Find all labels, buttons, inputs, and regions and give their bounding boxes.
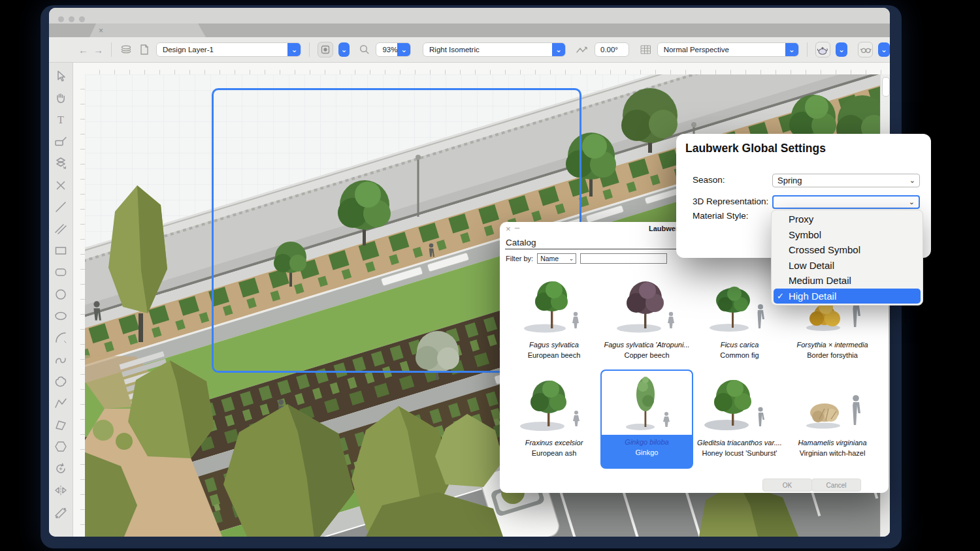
- filter-by-select[interactable]: Name ⌄: [537, 253, 576, 264]
- plant-card-selected[interactable]: Ginkgo biloba Ginkgo: [600, 370, 693, 469]
- filter-query-input[interactable]: [580, 253, 667, 264]
- tool-palette: T: [49, 63, 73, 537]
- polyline-tool[interactable]: [50, 392, 72, 414]
- close-icon[interactable]: ×: [506, 225, 511, 233]
- plant-card[interactable]: Fagus sylvatica 'Atropuni... Copper beec…: [600, 273, 693, 371]
- scrollbar-thumb[interactable]: [882, 77, 890, 97]
- chevron-down-icon: ⌄: [287, 42, 301, 57]
- plant-thumbnail: [513, 274, 595, 337]
- callout-tool[interactable]: [50, 131, 72, 152]
- plant-card[interactable]: Hamamelis virginiana Virginian witch-haz…: [786, 371, 879, 469]
- plant-common-name: Virginian witch-hazel: [786, 449, 879, 457]
- rotation-angle-field[interactable]: 0.00°: [595, 42, 629, 57]
- rectangle-tool[interactable]: [50, 240, 72, 261]
- mirror-tool[interactable]: [50, 479, 72, 501]
- dialog-title: Laubwerk Global Settings: [685, 142, 826, 155]
- filter-by-value: Name: [540, 255, 559, 262]
- dropdown-option-medium-detail[interactable]: Medium Detail: [772, 273, 923, 289]
- cancel-button[interactable]: Cancel: [811, 479, 861, 492]
- new-sheet-icon[interactable]: [138, 43, 151, 56]
- minimize-window-button[interactable]: [69, 16, 74, 22]
- view-orientation-select[interactable]: Right Isometric ⌄: [423, 42, 566, 57]
- line-tool[interactable]: [50, 196, 72, 217]
- plant-card[interactable]: Fagus sylvatica European beech: [508, 273, 600, 371]
- zoom-window-button[interactable]: [79, 16, 85, 22]
- plant-latin-name: Hamamelis virginiana: [786, 439, 879, 447]
- offset-tool[interactable]: [50, 501, 72, 523]
- back-icon[interactable]: ←: [78, 44, 88, 55]
- toolbar-separator: [309, 42, 310, 57]
- regular-polygon-tool[interactable]: [50, 436, 72, 458]
- plant-thumbnail: [698, 274, 781, 337]
- double-line-tool[interactable]: [50, 218, 72, 240]
- selection-tool[interactable]: [50, 65, 72, 87]
- projection-select[interactable]: Normal Perspective ⌄: [657, 42, 799, 57]
- plant-latin-name: Ficus carica: [693, 341, 786, 349]
- plant-thumbnail: [606, 274, 688, 337]
- arc-tool[interactable]: [50, 327, 72, 349]
- plant-common-name: Copper beech: [600, 351, 693, 359]
- plant-card[interactable]: Gleditsia triacanthos var.... Honey locu…: [693, 371, 786, 469]
- plant-latin-name: Gleditsia triacanthos var....: [693, 439, 786, 447]
- grid-settings-icon[interactable]: [640, 44, 652, 55]
- dropdown-option-label: High Detail: [789, 289, 836, 304]
- blob-tool[interactable]: [50, 370, 72, 392]
- render-mode-teapot-button[interactable]: [815, 42, 830, 57]
- minimize-icon[interactable]: –: [515, 223, 519, 232]
- forward-icon[interactable]: →: [93, 44, 103, 55]
- polygon-tool[interactable]: [50, 414, 72, 435]
- dropdown-option-proxy[interactable]: Proxy: [772, 212, 923, 227]
- rounded-rectangle-tool[interactable]: [50, 262, 72, 283]
- chevron-down-icon: ⌄: [785, 42, 798, 57]
- material-style-label: Material Style:: [693, 211, 749, 221]
- navigation-graphics-chevron-button[interactable]: ⌄: [338, 42, 350, 57]
- catalog-section-title: Catalog: [506, 238, 536, 247]
- plant-thumbnail: [606, 372, 688, 435]
- toolbar-separator: [111, 42, 112, 57]
- stack-tool[interactable]: [50, 153, 72, 174]
- visualization-glasses-button[interactable]: [858, 42, 873, 57]
- delete-tool[interactable]: [50, 174, 72, 196]
- document-tab[interactable]: ×: [90, 24, 206, 37]
- plant-thumbnail: [698, 372, 781, 435]
- season-select[interactable]: Spring ⌄: [772, 174, 920, 187]
- navigation-graphics-button[interactable]: [318, 42, 333, 57]
- rotate-tool[interactable]: [50, 458, 72, 479]
- close-window-button[interactable]: [58, 16, 64, 22]
- plant-common-name: Border forsythia: [786, 351, 879, 359]
- dropdown-option-high-detail[interactable]: ✓ High Detail: [774, 289, 921, 304]
- chevron-down-icon: ⌄: [909, 198, 919, 206]
- dropdown-option-crossed-symbol[interactable]: Crossed Symbol: [772, 242, 923, 258]
- ok-button[interactable]: OK: [762, 479, 812, 492]
- checkmark-icon: ✓: [777, 289, 784, 304]
- plant-latin-name: Fagus sylvatica 'Atropuni...: [600, 341, 693, 349]
- freehand-tool[interactable]: [50, 349, 72, 370]
- render-mode-chevron-button[interactable]: ⌄: [836, 42, 847, 57]
- zoom-magnifier-icon[interactable]: [359, 44, 370, 55]
- plant-thumbnail: [513, 372, 595, 435]
- plant-thumbnail: [791, 372, 874, 435]
- dropdown-option-low-detail[interactable]: Low Detail: [772, 258, 923, 274]
- filter-label: Filter by:: [506, 255, 533, 262]
- circle-tool[interactable]: [50, 283, 72, 305]
- view-orientation-value: Right Isometric: [423, 46, 552, 54]
- dropdown-option-symbol[interactable]: Symbol: [772, 227, 923, 243]
- plant-card[interactable]: Fraxinus excelsior European ash: [508, 371, 600, 469]
- zoom-level-select[interactable]: 93% ⌄: [376, 42, 411, 57]
- view-toolbar: ← → Design Layer-1 ⌄ ⌄ 93% ⌄ Right Isome…: [49, 37, 890, 63]
- representation-label: 3D Representation:: [693, 197, 768, 206]
- layers-icon[interactable]: [120, 43, 133, 56]
- tab-close-icon[interactable]: ×: [99, 27, 103, 35]
- pan-tool[interactable]: [50, 87, 72, 108]
- rotation-angle-icon[interactable]: [575, 44, 589, 55]
- layer-select[interactable]: Design Layer-1 ⌄: [156, 42, 302, 57]
- document-tabbar: ×: [49, 24, 890, 37]
- oval-tool[interactable]: [50, 305, 72, 326]
- plant-latin-name: Fagus sylvatica: [508, 341, 600, 349]
- layer-select-value: Design Layer-1: [157, 46, 288, 54]
- season-value: Spring: [773, 176, 909, 185]
- visualization-chevron-button[interactable]: ⌄: [878, 42, 890, 57]
- representation-select[interactable]: ⌄: [772, 195, 920, 209]
- text-tool[interactable]: T: [50, 109, 72, 131]
- window-titlebar: [49, 8, 890, 24]
